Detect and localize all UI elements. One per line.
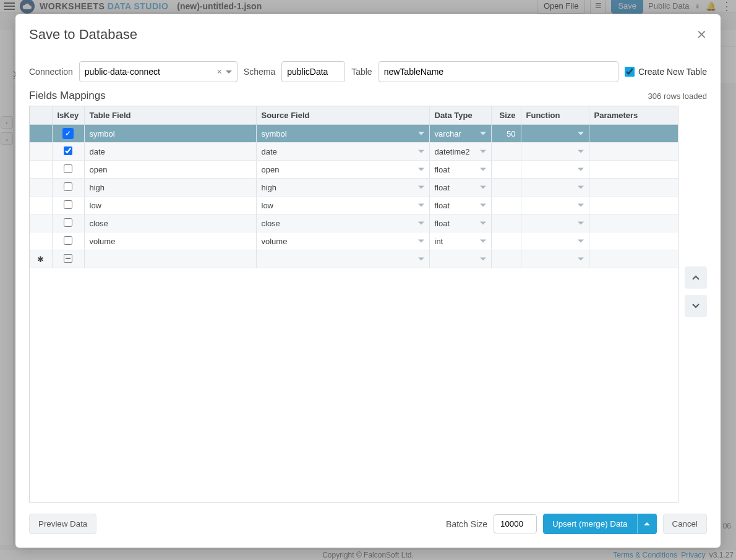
connection-select[interactable]: × xyxy=(79,61,237,82)
dropdown-caret-icon[interactable] xyxy=(418,186,424,189)
function-cell[interactable] xyxy=(521,232,589,250)
source-field-cell[interactable]: low xyxy=(256,197,429,214)
source-field-cell[interactable]: symbol xyxy=(256,125,429,143)
schema-input[interactable] xyxy=(287,67,340,77)
iskey-cell[interactable] xyxy=(52,232,84,250)
row-handle[interactable] xyxy=(30,214,52,232)
row-handle[interactable] xyxy=(30,179,52,197)
iskey-cell[interactable] xyxy=(52,179,84,197)
table-field-cell[interactable]: volume xyxy=(84,232,256,250)
row-handle[interactable] xyxy=(30,125,52,143)
iskey-checkbox[interactable] xyxy=(64,236,72,245)
table-field-cell[interactable]: close xyxy=(84,214,256,232)
data-type-cell[interactable] xyxy=(429,250,491,268)
dropdown-caret-icon[interactable] xyxy=(418,240,424,243)
dropdown-caret-icon[interactable] xyxy=(418,222,424,225)
function-cell[interactable] xyxy=(521,125,589,143)
cancel-button[interactable]: Cancel xyxy=(663,514,708,534)
table-row[interactable]: openopenfloat xyxy=(30,161,678,179)
table-row[interactable]: lowlowfloat xyxy=(30,197,678,214)
dropdown-caret-icon[interactable] xyxy=(480,240,486,243)
dropdown-caret-icon[interactable] xyxy=(480,222,486,225)
table-row[interactable]: highhighfloat xyxy=(30,179,678,197)
function-cell[interactable] xyxy=(521,143,589,161)
dropdown-caret-icon[interactable] xyxy=(480,258,486,261)
data-type-cell[interactable]: float xyxy=(429,197,491,214)
iskey-cell[interactable] xyxy=(52,197,84,214)
col-header-data-type[interactable]: Data Type xyxy=(429,106,491,125)
table-field-cell[interactable]: open xyxy=(84,161,256,179)
iskey-cell[interactable] xyxy=(52,214,84,232)
parameters-cell[interactable] xyxy=(589,197,678,214)
dropdown-caret-icon[interactable] xyxy=(578,204,584,207)
batch-size-input[interactable] xyxy=(494,514,537,533)
dropdown-caret-icon[interactable] xyxy=(578,240,584,243)
dropdown-caret-icon[interactable] xyxy=(578,168,584,171)
data-type-cell[interactable]: float xyxy=(429,214,491,232)
parameters-cell[interactable] xyxy=(589,143,678,161)
dropdown-caret-icon[interactable] xyxy=(480,168,486,171)
table-row[interactable]: ✓symbolsymbolvarchar50 xyxy=(30,125,678,143)
size-cell[interactable]: 50 xyxy=(491,125,521,143)
iskey-cell[interactable] xyxy=(52,161,84,179)
table-row[interactable]: volumevolumeint xyxy=(30,232,678,250)
parameters-cell[interactable] xyxy=(589,232,678,250)
row-handle[interactable] xyxy=(30,161,52,179)
col-header-parameters[interactable]: Parameters xyxy=(589,106,678,125)
table-row[interactable]: closeclosefloat xyxy=(30,214,678,232)
size-cell[interactable] xyxy=(491,161,521,179)
upsert-merge-button[interactable]: Upsert (merge) Data xyxy=(543,514,636,534)
connection-input[interactable] xyxy=(85,67,213,77)
close-icon[interactable]: ✕ xyxy=(696,27,707,42)
table-input[interactable] xyxy=(384,67,613,77)
move-row-up-button[interactable] xyxy=(685,266,707,289)
upsert-options-button[interactable] xyxy=(637,514,657,534)
data-type-cell[interactable]: float xyxy=(429,161,491,179)
row-handle[interactable] xyxy=(30,143,52,161)
iskey-checkbox[interactable] xyxy=(64,218,72,227)
data-type-cell[interactable]: float xyxy=(429,179,491,197)
connection-caret-icon[interactable] xyxy=(226,70,232,74)
create-new-table-checkbox[interactable] xyxy=(625,67,635,77)
parameters-cell[interactable] xyxy=(589,214,678,232)
table-field-cell[interactable]: low xyxy=(84,197,256,214)
col-header-size[interactable]: Size xyxy=(491,106,521,125)
dropdown-caret-icon[interactable] xyxy=(480,132,486,135)
dropdown-caret-icon[interactable] xyxy=(578,222,584,225)
function-cell[interactable] xyxy=(521,250,589,268)
table-field-cell[interactable]: high xyxy=(84,179,256,197)
move-row-down-button[interactable] xyxy=(685,295,707,317)
table-field-cell[interactable]: symbol xyxy=(84,125,256,143)
dropdown-caret-icon[interactable] xyxy=(578,132,584,135)
row-handle[interactable] xyxy=(30,197,52,214)
iskey-checkbox[interactable] xyxy=(64,200,72,209)
iskey-cell[interactable]: ✓ xyxy=(52,125,84,143)
iskey-cell[interactable] xyxy=(52,143,84,161)
iskey-checkbox[interactable] xyxy=(64,146,72,155)
col-header-source-field[interactable]: Source Field xyxy=(256,106,429,125)
parameters-cell[interactable] xyxy=(589,125,678,143)
clear-connection-icon[interactable]: × xyxy=(217,67,222,77)
parameters-cell[interactable] xyxy=(589,179,678,197)
table-field-cell[interactable]: date xyxy=(84,143,256,161)
iskey-checkbox[interactable] xyxy=(64,182,72,191)
function-cell[interactable] xyxy=(521,161,589,179)
dropdown-caret-icon[interactable] xyxy=(578,258,584,261)
new-row[interactable]: ✱ xyxy=(30,250,678,268)
iskey-checkbox[interactable] xyxy=(64,164,72,173)
table-input-box[interactable] xyxy=(379,61,618,82)
col-header-table-field[interactable]: Table Field xyxy=(84,106,256,125)
data-type-cell[interactable]: int xyxy=(429,232,491,250)
schema-input-box[interactable] xyxy=(281,61,345,82)
dropdown-caret-icon[interactable] xyxy=(480,150,486,153)
dropdown-caret-icon[interactable] xyxy=(480,204,486,207)
parameters-cell[interactable] xyxy=(589,161,678,179)
source-field-cell[interactable] xyxy=(256,250,429,268)
source-field-cell[interactable]: open xyxy=(256,161,429,179)
function-cell[interactable] xyxy=(521,179,589,197)
dropdown-caret-icon[interactable] xyxy=(418,132,424,135)
size-cell[interactable] xyxy=(491,250,521,268)
dropdown-caret-icon[interactable] xyxy=(418,204,424,207)
dropdown-caret-icon[interactable] xyxy=(418,258,424,261)
dropdown-caret-icon[interactable] xyxy=(578,186,584,189)
